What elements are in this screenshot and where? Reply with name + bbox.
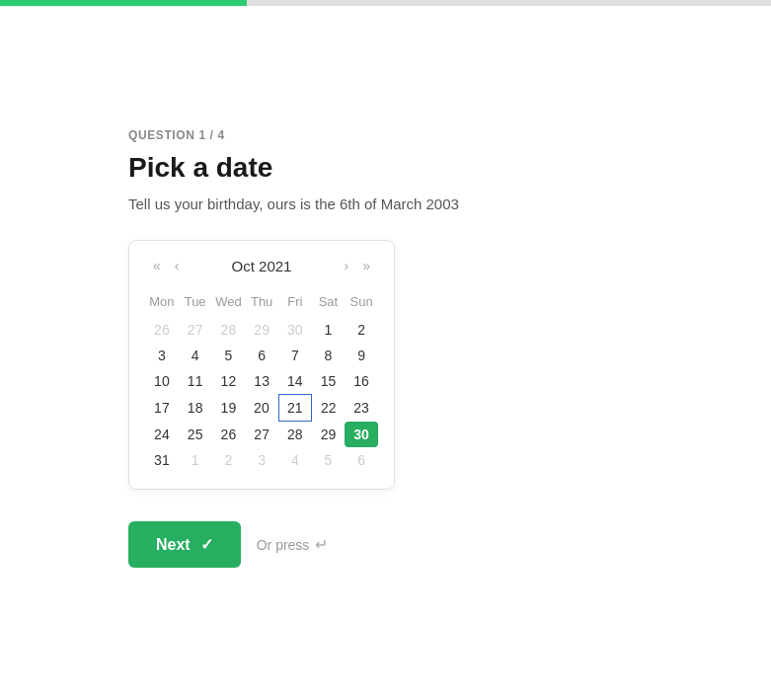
calendar-day[interactable]: 25 [179, 422, 212, 448]
calendar-day[interactable]: 26 [145, 317, 179, 343]
next-year-button[interactable]: » [358, 257, 374, 274]
weekday-thu: Thu [245, 290, 278, 317]
calendar-day[interactable]: 10 [145, 368, 179, 395]
next-label: Next [156, 536, 191, 554]
calendar-day-selected[interactable]: 30 [345, 422, 378, 448]
calendar-day[interactable]: 29 [312, 422, 346, 448]
progress-bar-fill [0, 0, 247, 6]
calendar-grid: Mon Tue Wed Thu Fri Sat Sun 26 27 28 29 … [145, 290, 378, 473]
calendar-day[interactable]: 14 [278, 368, 312, 395]
checkmark-icon: ✓ [200, 535, 213, 554]
weekday-tue: Tue [179, 290, 212, 317]
calendar-day-today[interactable]: 21 [278, 395, 312, 422]
calendar-day[interactable]: 28 [278, 422, 312, 448]
calendar-day[interactable]: 6 [245, 343, 278, 368]
calendar-day[interactable]: 5 [312, 447, 346, 473]
calendar-day[interactable]: 30 [278, 317, 312, 343]
calendar-day[interactable]: 13 [245, 368, 278, 395]
calendar-week-row: 10 11 12 13 14 15 16 [145, 368, 378, 395]
question-title: Pick a date [128, 152, 643, 184]
weekday-fri: Fri [278, 290, 312, 317]
nav-next-group: › » [341, 257, 374, 274]
calendar-week-row: 17 18 19 20 21 22 23 [145, 395, 378, 422]
calendar-day[interactable]: 3 [245, 447, 278, 473]
calendar-day[interactable]: 2 [345, 317, 378, 343]
calendar-day[interactable]: 16 [345, 368, 378, 395]
calendar-day[interactable]: 27 [179, 317, 212, 343]
calendar-day[interactable]: 7 [278, 343, 312, 368]
calendar-day[interactable]: 24 [145, 422, 179, 448]
calendar-day[interactable]: 5 [211, 343, 245, 368]
prev-month-button[interactable]: ‹ [171, 257, 184, 274]
calendar-day[interactable]: 1 [179, 447, 212, 473]
calendar-day[interactable]: 31 [145, 447, 179, 473]
enter-icon: ↵ [315, 535, 328, 554]
calendar-day[interactable]: 17 [145, 395, 179, 422]
calendar-day[interactable]: 15 [312, 368, 346, 395]
next-button[interactable]: Next ✓ [128, 521, 241, 568]
weekday-sun: Sun [345, 290, 378, 317]
action-area: Next ✓ Or press ↵ [128, 521, 643, 568]
progress-bar-container [0, 0, 771, 6]
calendar-day[interactable]: 19 [211, 395, 245, 422]
calendar-week-row: 26 27 28 29 30 1 2 [145, 317, 378, 343]
prev-year-button[interactable]: « [149, 257, 165, 274]
calendar-day[interactable]: 4 [278, 447, 312, 473]
calendar-header: « ‹ Oct 2021 › » [145, 257, 378, 274]
calendar-weekday-header: Mon Tue Wed Thu Fri Sat Sun [145, 290, 378, 317]
calendar-day[interactable]: 23 [345, 395, 378, 422]
calendar-day[interactable]: 8 [312, 343, 346, 368]
calendar-day[interactable]: 11 [179, 368, 212, 395]
calendar-widget: « ‹ Oct 2021 › » Mon Tue Wed Thu Fri Sat… [128, 240, 395, 490]
calendar-day[interactable]: 2 [211, 447, 245, 473]
calendar-week-row: 24 25 26 27 28 29 30 [145, 422, 378, 448]
question-label: QUESTION 1 / 4 [128, 128, 643, 142]
calendar-week-row: 31 1 2 3 4 5 6 [145, 447, 378, 473]
calendar-month-year: Oct 2021 [232, 258, 292, 274]
calendar-day[interactable]: 6 [345, 447, 378, 473]
main-content: QUESTION 1 / 4 Pick a date Tell us your … [0, 0, 771, 568]
calendar-day[interactable]: 1 [312, 317, 346, 343]
calendar-day[interactable]: 3 [145, 343, 179, 368]
calendar-day[interactable]: 12 [211, 368, 245, 395]
calendar-day[interactable]: 20 [245, 395, 278, 422]
question-subtitle: Tell us your birthday, ours is the 6th o… [128, 195, 643, 212]
calendar-day[interactable]: 18 [179, 395, 212, 422]
calendar-day[interactable]: 9 [345, 343, 378, 368]
weekday-sat: Sat [312, 290, 346, 317]
calendar-day[interactable]: 22 [312, 395, 346, 422]
calendar-day[interactable]: 29 [245, 317, 278, 343]
calendar-week-row: 3 4 5 6 7 8 9 [145, 343, 378, 368]
or-press-text: Or press [257, 537, 310, 553]
weekday-wed: Wed [211, 290, 245, 317]
calendar-day[interactable]: 4 [179, 343, 212, 368]
nav-prev-group: « ‹ [149, 257, 183, 274]
calendar-day[interactable]: 26 [211, 422, 245, 448]
calendar-day[interactable]: 27 [245, 422, 278, 448]
calendar-day[interactable]: 28 [211, 317, 245, 343]
weekday-mon: Mon [145, 290, 179, 317]
next-month-button[interactable]: › [341, 257, 353, 274]
or-press-label: Or press ↵ [257, 535, 329, 554]
